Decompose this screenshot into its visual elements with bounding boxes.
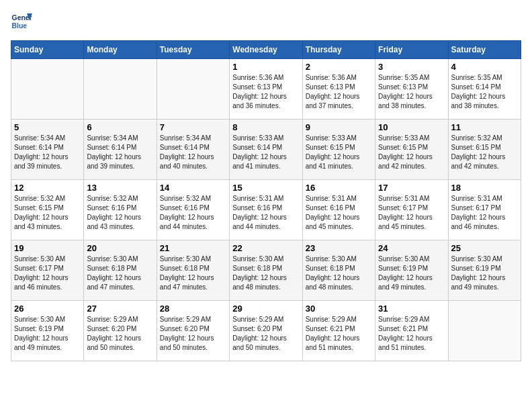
day-number: 27 bbox=[87, 304, 153, 314]
day-number: 31 bbox=[378, 304, 445, 314]
logo: General Blue bbox=[11, 11, 35, 32]
day-number: 11 bbox=[451, 122, 518, 132]
day-header-sunday: Sunday bbox=[11, 41, 84, 59]
day-number: 13 bbox=[87, 183, 153, 193]
calendar-cell: 18Sunrise: 5:31 AM Sunset: 6:17 PM Dayli… bbox=[448, 180, 521, 240]
day-header-monday: Monday bbox=[84, 41, 157, 59]
calendar-cell: 6Sunrise: 5:34 AM Sunset: 6:14 PM Daylig… bbox=[84, 120, 157, 180]
day-info: Sunrise: 5:32 AM Sunset: 6:16 PM Dayligh… bbox=[87, 194, 153, 232]
calendar-cell: 12Sunrise: 5:32 AM Sunset: 6:15 PM Dayli… bbox=[11, 180, 84, 240]
day-info: Sunrise: 5:32 AM Sunset: 6:15 PM Dayligh… bbox=[451, 134, 518, 171]
day-info: Sunrise: 5:29 AM Sunset: 6:20 PM Dayligh… bbox=[87, 315, 153, 353]
day-number: 3 bbox=[378, 62, 445, 72]
day-number: 16 bbox=[306, 183, 372, 193]
day-info: Sunrise: 5:30 AM Sunset: 6:18 PM Dayligh… bbox=[306, 255, 372, 292]
calendar-cell: 1Sunrise: 5:36 AM Sunset: 6:13 PM Daylig… bbox=[230, 59, 302, 120]
day-info: Sunrise: 5:34 AM Sunset: 6:14 PM Dayligh… bbox=[14, 134, 81, 171]
day-info: Sunrise: 5:32 AM Sunset: 6:15 PM Dayligh… bbox=[14, 194, 81, 232]
calendar-cell: 28Sunrise: 5:29 AM Sunset: 6:20 PM Dayli… bbox=[157, 301, 229, 361]
day-info: Sunrise: 5:30 AM Sunset: 6:19 PM Dayligh… bbox=[14, 315, 81, 353]
day-header-tuesday: Tuesday bbox=[157, 41, 229, 59]
day-number: 21 bbox=[160, 243, 226, 253]
day-info: Sunrise: 5:30 AM Sunset: 6:19 PM Dayligh… bbox=[451, 255, 518, 292]
day-info: Sunrise: 5:30 AM Sunset: 6:17 PM Dayligh… bbox=[14, 255, 81, 292]
day-info: Sunrise: 5:30 AM Sunset: 6:18 PM Dayligh… bbox=[87, 255, 153, 292]
calendar-cell: 15Sunrise: 5:31 AM Sunset: 6:16 PM Dayli… bbox=[230, 180, 302, 240]
calendar-cell: 17Sunrise: 5:31 AM Sunset: 6:17 PM Dayli… bbox=[375, 180, 448, 240]
day-number: 18 bbox=[451, 183, 518, 193]
day-info: Sunrise: 5:30 AM Sunset: 6:18 PM Dayligh… bbox=[232, 255, 299, 292]
calendar-cell: 11Sunrise: 5:32 AM Sunset: 6:15 PM Dayli… bbox=[448, 120, 521, 180]
day-number: 4 bbox=[451, 62, 518, 72]
day-number: 28 bbox=[160, 304, 226, 314]
day-info: Sunrise: 5:35 AM Sunset: 6:14 PM Dayligh… bbox=[451, 73, 518, 111]
week-row-2: 5Sunrise: 5:34 AM Sunset: 6:14 PM Daylig… bbox=[11, 120, 521, 180]
calendar-cell: 20Sunrise: 5:30 AM Sunset: 6:18 PM Dayli… bbox=[84, 240, 157, 301]
calendar-cell: 24Sunrise: 5:30 AM Sunset: 6:19 PM Dayli… bbox=[375, 240, 448, 301]
svg-text:Blue: Blue bbox=[12, 22, 28, 30]
week-row-3: 12Sunrise: 5:32 AM Sunset: 6:15 PM Dayli… bbox=[11, 180, 521, 240]
day-info: Sunrise: 5:36 AM Sunset: 6:13 PM Dayligh… bbox=[306, 73, 372, 111]
day-info: Sunrise: 5:33 AM Sunset: 6:15 PM Dayligh… bbox=[378, 134, 445, 171]
day-header-thursday: Thursday bbox=[302, 41, 375, 59]
day-header-friday: Friday bbox=[375, 41, 448, 59]
day-number: 15 bbox=[232, 183, 299, 193]
day-number: 8 bbox=[232, 122, 299, 132]
day-info: Sunrise: 5:33 AM Sunset: 6:15 PM Dayligh… bbox=[306, 134, 372, 171]
day-info: Sunrise: 5:30 AM Sunset: 6:19 PM Dayligh… bbox=[378, 255, 445, 292]
day-number: 14 bbox=[160, 183, 226, 193]
calendar-cell: 23Sunrise: 5:30 AM Sunset: 6:18 PM Dayli… bbox=[302, 240, 375, 301]
calendar-cell: 26Sunrise: 5:30 AM Sunset: 6:19 PM Dayli… bbox=[11, 301, 84, 361]
day-info: Sunrise: 5:31 AM Sunset: 6:17 PM Dayligh… bbox=[378, 194, 445, 232]
calendar-cell bbox=[157, 59, 229, 120]
calendar-cell: 21Sunrise: 5:30 AM Sunset: 6:18 PM Dayli… bbox=[157, 240, 229, 301]
day-header-wednesday: Wednesday bbox=[230, 41, 302, 59]
calendar-cell: 25Sunrise: 5:30 AM Sunset: 6:19 PM Dayli… bbox=[448, 240, 521, 301]
day-info: Sunrise: 5:31 AM Sunset: 6:16 PM Dayligh… bbox=[232, 194, 299, 232]
day-info: Sunrise: 5:29 AM Sunset: 6:21 PM Dayligh… bbox=[306, 315, 372, 353]
day-info: Sunrise: 5:31 AM Sunset: 6:16 PM Dayligh… bbox=[306, 194, 372, 232]
day-number: 20 bbox=[87, 243, 153, 253]
day-number: 24 bbox=[378, 243, 445, 253]
page-header: General Blue bbox=[11, 11, 521, 32]
day-number: 19 bbox=[14, 243, 81, 253]
week-row-1: 1Sunrise: 5:36 AM Sunset: 6:13 PM Daylig… bbox=[11, 59, 521, 120]
calendar-cell: 22Sunrise: 5:30 AM Sunset: 6:18 PM Dayli… bbox=[230, 240, 302, 301]
calendar-cell: 13Sunrise: 5:32 AM Sunset: 6:16 PM Dayli… bbox=[84, 180, 157, 240]
logo-icon: General Blue bbox=[11, 11, 32, 32]
day-number: 29 bbox=[232, 304, 299, 314]
day-number: 17 bbox=[378, 183, 445, 193]
day-info: Sunrise: 5:29 AM Sunset: 6:21 PM Dayligh… bbox=[378, 315, 445, 353]
calendar-cell: 4Sunrise: 5:35 AM Sunset: 6:14 PM Daylig… bbox=[448, 59, 521, 120]
calendar-cell: 27Sunrise: 5:29 AM Sunset: 6:20 PM Dayli… bbox=[84, 301, 157, 361]
calendar-cell: 3Sunrise: 5:35 AM Sunset: 6:13 PM Daylig… bbox=[375, 59, 448, 120]
calendar-cell: 2Sunrise: 5:36 AM Sunset: 6:13 PM Daylig… bbox=[302, 59, 375, 120]
day-number: 25 bbox=[451, 243, 518, 253]
day-number: 1 bbox=[232, 62, 299, 72]
day-info: Sunrise: 5:30 AM Sunset: 6:18 PM Dayligh… bbox=[160, 255, 226, 292]
day-number: 26 bbox=[14, 304, 81, 314]
day-info: Sunrise: 5:29 AM Sunset: 6:20 PM Dayligh… bbox=[232, 315, 299, 353]
day-info: Sunrise: 5:32 AM Sunset: 6:16 PM Dayligh… bbox=[160, 194, 226, 232]
calendar-cell: 10Sunrise: 5:33 AM Sunset: 6:15 PM Dayli… bbox=[375, 120, 448, 180]
calendar-cell: 30Sunrise: 5:29 AM Sunset: 6:21 PM Dayli… bbox=[302, 301, 375, 361]
calendar-cell: 8Sunrise: 5:33 AM Sunset: 6:14 PM Daylig… bbox=[230, 120, 302, 180]
day-number: 10 bbox=[378, 122, 445, 132]
day-info: Sunrise: 5:34 AM Sunset: 6:14 PM Dayligh… bbox=[87, 134, 153, 171]
day-info: Sunrise: 5:33 AM Sunset: 6:14 PM Dayligh… bbox=[232, 134, 299, 171]
day-number: 6 bbox=[87, 122, 153, 132]
calendar-cell: 5Sunrise: 5:34 AM Sunset: 6:14 PM Daylig… bbox=[11, 120, 84, 180]
calendar-cell: 19Sunrise: 5:30 AM Sunset: 6:17 PM Dayli… bbox=[11, 240, 84, 301]
day-number: 7 bbox=[160, 122, 226, 132]
day-info: Sunrise: 5:31 AM Sunset: 6:17 PM Dayligh… bbox=[451, 194, 518, 232]
day-info: Sunrise: 5:34 AM Sunset: 6:14 PM Dayligh… bbox=[160, 134, 226, 171]
day-number: 12 bbox=[14, 183, 81, 193]
calendar-cell bbox=[448, 301, 521, 361]
calendar-cell bbox=[84, 59, 157, 120]
calendar-cell: 31Sunrise: 5:29 AM Sunset: 6:21 PM Dayli… bbox=[375, 301, 448, 361]
day-info: Sunrise: 5:29 AM Sunset: 6:20 PM Dayligh… bbox=[160, 315, 226, 353]
day-number: 23 bbox=[306, 243, 372, 253]
day-number: 9 bbox=[306, 122, 372, 132]
day-number: 5 bbox=[14, 122, 81, 132]
calendar-cell bbox=[11, 59, 84, 120]
